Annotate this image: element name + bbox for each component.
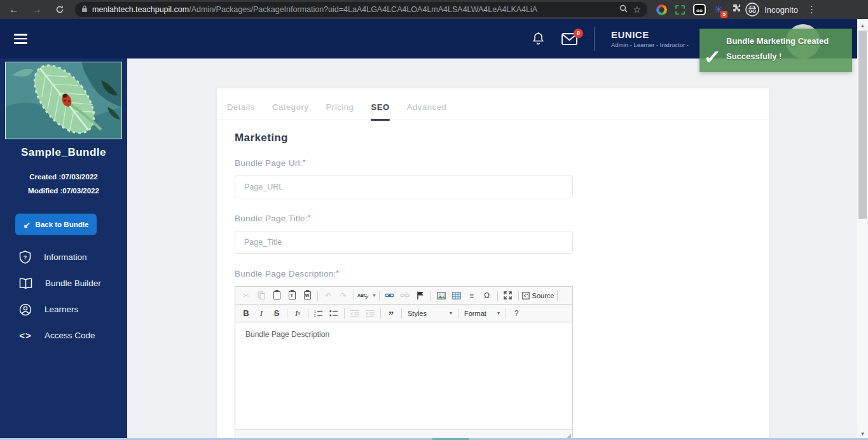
browser-forward-button[interactable]: → [28,2,46,17]
extension-badge: 5 [720,11,727,18]
horizontal-line-icon[interactable]: ≡ [465,289,479,302]
bookmark-star-icon[interactable]: ☆ [633,4,641,15]
sidebar-item-learners[interactable]: Learners [0,296,127,322]
format-dropdown[interactable]: Format▾ [462,307,502,320]
form-heading: Marketing [235,132,575,144]
italic-icon[interactable]: I [254,307,268,320]
tab-pricing[interactable]: Pricing [326,102,354,120]
scroll-up-icon[interactable]: ▲ [857,20,868,31]
main-content: Details Category Pricing SEO Advanced Ma… [127,58,857,439]
link-icon[interactable] [383,289,397,302]
user-name: EUNICE [611,29,689,40]
sidebar-nav: ? Information Bundle Builder Learners <>… [0,244,127,348]
insert-image-icon[interactable] [434,289,448,302]
bundle-modified-date: Modified :07/03/2022 [0,187,127,195]
url-host: menlahtech.teachpupil.com [92,5,189,14]
editor-toolbar-row2: B I S Ix 12 [235,305,572,322]
required-asterisk: * [336,269,340,277]
bundle-page-url-input[interactable] [235,175,573,198]
scroll-down-icon[interactable]: ▼ [857,429,868,439]
remove-format-icon[interactable]: Ix [291,307,305,320]
bundle-created-date: Created :07/03/2022 [0,173,127,181]
zoom-icon[interactable] [619,4,628,15]
tab-seo[interactable]: SEO [371,102,389,120]
copy-icon[interactable] [254,289,268,302]
special-character-icon[interactable]: Ω [480,289,494,302]
bundle-page-title-input[interactable] [235,231,573,254]
required-asterisk: * [303,158,306,166]
mail-badge: 0 [574,29,583,38]
shield-question-icon: ? [19,251,31,264]
strikethrough-icon[interactable]: S [270,307,284,320]
required-asterisk: * [308,214,311,221]
about-help-icon[interactable]: ? [509,307,523,320]
maximize-icon[interactable] [501,289,515,302]
styles-dropdown[interactable]: Styles▾ [405,307,455,320]
browser-back-button[interactable]: ← [5,2,23,17]
sidebar-item-label: Access Code [45,331,95,340]
redo-icon[interactable]: ↷ [336,289,350,302]
bundle-page-url-label: Bundle Page Url:* [235,158,575,168]
person-circle-icon [19,303,32,316]
paste-text-icon[interactable]: T [285,289,299,302]
extension-burst-icon[interactable]: ✳ 5 [714,4,723,15]
ordered-list-icon[interactable]: 12 [312,307,326,320]
tab-advanced[interactable]: Advanced [407,102,447,120]
sidebar-item-information[interactable]: ? Information [0,244,127,270]
user-block[interactable]: EUNICE Admin - Learner - Instructor - [611,29,689,48]
source-button[interactable]: Source [522,289,555,302]
bundle-name: Sample_Bundle [0,146,127,159]
tab-bar: Details Category Pricing SEO Advanced [217,88,769,120]
unlink-icon[interactable] [398,289,412,302]
rich-text-editor: ✂ T W ↶ ↷ ABC✓▾ [235,286,573,440]
sidebar: Sample_Bundle Created :07/03/2022 Modifi… [0,58,127,439]
messages-mail-icon[interactable]: 0 [561,33,577,45]
undo-icon[interactable]: ↶ [321,289,335,302]
content-card: Details Category Pricing SEO Advanced Ma… [216,88,769,440]
paste-word-icon[interactable]: W [300,289,314,302]
sidebar-item-label: Bundle Builder [45,278,101,288]
arrow-down-left-icon: ↙ [24,220,31,230]
notifications-bell-icon[interactable] [532,32,545,46]
book-icon [19,278,32,289]
header-divider [594,27,595,51]
anchor-flag-icon[interactable] [413,289,427,302]
extension-oo-icon[interactable]: oo [693,4,706,15]
extensions-puzzle-icon[interactable] [731,3,741,16]
blockquote-icon[interactable]: ” [384,307,398,320]
tab-details[interactable]: Details [227,102,255,120]
sidebar-item-access-code[interactable]: <> Access Code [0,322,127,348]
spellcheck-icon[interactable]: ABC✓▾ [357,289,376,302]
source-label: Source [532,292,555,299]
insert-table-icon[interactable] [450,289,464,302]
sidebar-item-label: Learners [45,305,78,314]
bold-icon[interactable]: B [239,307,253,320]
decrease-indent-icon[interactable] [348,307,362,320]
tab-category[interactable]: Category [272,102,309,120]
lock-icon [81,4,88,15]
bulleted-list-icon[interactable] [327,307,341,320]
url-path: /Admin/Packages/PackageInformation?uid=4… [189,5,614,14]
increase-indent-icon[interactable] [363,307,377,320]
extension-capture-icon[interactable] [675,5,685,15]
user-roles: Admin - Learner - Instructor - [611,41,689,48]
cut-icon[interactable]: ✂ [239,289,253,302]
editor-content[interactable]: Bundle Page Description [235,322,572,429]
scrollbar-thumb[interactable] [858,31,867,219]
editor-toolbar-row1: ✂ T W ↶ ↷ ABC✓▾ [235,287,572,305]
paste-icon[interactable] [270,289,284,302]
browser-menu-icon[interactable]: ⋮ [807,4,816,15]
sidebar-item-bundle-builder[interactable]: Bundle Builder [0,270,127,296]
page-scrollbar[interactable]: ▲ ▼ [857,19,868,440]
address-bar[interactable]: menlahtech.teachpupil.com/Admin/Packages… [75,2,647,17]
bundle-thumbnail-image [5,62,122,139]
svg-text:?: ? [24,254,27,261]
hamburger-menu-icon[interactable] [14,34,27,46]
extensions-row: oo ✳ 5 [656,3,741,16]
extension-color-wheel-icon[interactable] [656,4,667,15]
svg-text:1: 1 [314,310,316,313]
browser-toolbar: ← → menlahtech.teachpupil.com/Admin/Pack… [0,0,868,19]
back-to-bundle-button[interactable]: ↙ Back to Bundle [15,214,97,235]
seo-form: Marketing Bundle Page Url:* Bundle Page … [217,120,575,440]
browser-reload-button[interactable] [51,2,69,17]
